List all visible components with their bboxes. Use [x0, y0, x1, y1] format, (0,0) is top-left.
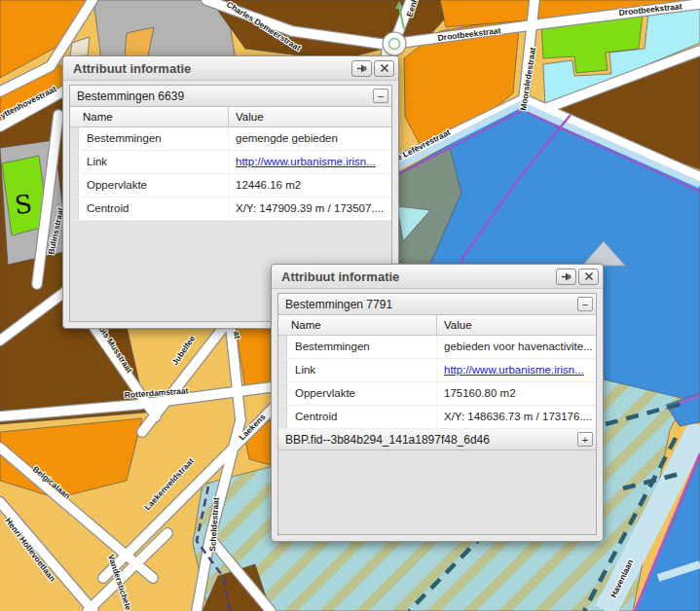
collapse-button[interactable]: − [577, 297, 593, 311]
collapsed-feature-title: BBP.fid--3b84b294_141a1897f48_6d46 [285, 433, 577, 447]
pin-icon [356, 63, 368, 74]
window-title: Attribuut informatie [281, 270, 556, 284]
table-row[interactable]: Oppervlakte 12446.16 m2 [70, 174, 391, 198]
attr-name: Bestemmingen [287, 336, 436, 358]
collapsed-feature-header[interactable]: BBP.fid--3b84b294_141a1897f48_6d46 + [278, 429, 596, 450]
table-row[interactable]: Centroid X/Y: 147909.39 m / 173507.... [70, 198, 391, 221]
attr-value: 12446.16 m2 [228, 174, 391, 197]
attribute-window-2[interactable]: Attribuut informatie Bestemmingen 7791 −… [271, 264, 604, 542]
attribute-panel: Bestemmingen 7791 − Name Value Bestemmin… [277, 293, 597, 535]
row-gutter [278, 406, 287, 428]
app-stage: S Charles DemeerstraatDroo [0, 0, 700, 611]
collapse-button[interactable]: − [373, 89, 388, 103]
row-gutter [278, 359, 287, 381]
table-row[interactable]: Oppervlakte 175160.80 m2 [278, 382, 596, 406]
table-row[interactable]: Bestemmingen gebieden voor havenactivite… [278, 336, 596, 359]
attr-value: gemengde gebieden [228, 127, 391, 150]
table-row[interactable]: Centroid X/Y: 148636.73 m / 173176.... [278, 406, 596, 429]
close-icon [584, 271, 594, 281]
attr-name: Centroid [79, 198, 228, 220]
row-gutter [70, 198, 79, 220]
panel-empty-area [278, 450, 596, 534]
close-button[interactable] [374, 60, 394, 77]
close-button[interactable] [578, 269, 599, 285]
attr-name: Link [287, 359, 436, 381]
school-symbol: S [13, 189, 33, 220]
feature-section-title: Bestemmingen 7791 [285, 298, 577, 311]
attr-value: X/Y: 148636.73 m / 173176.... [436, 406, 596, 428]
attr-name: Oppervlakte [287, 382, 436, 405]
table-header: Name Value [278, 315, 596, 336]
pin-button[interactable] [556, 269, 576, 285]
window-titlebar[interactable]: Attribuut informatie [272, 265, 603, 289]
feature-section-header[interactable]: Bestemmingen 7791 − [278, 294, 596, 315]
attr-value: 175160.80 m2 [436, 382, 596, 405]
table-header: Name Value [70, 107, 391, 127]
attr-value: gebieden voor havenactivite... [436, 336, 596, 358]
table-row[interactable]: Link http://www.urbanisme.irisn... [70, 151, 391, 174]
feature-section-title: Bestemmingen 6639 [77, 90, 373, 103]
feature-section-header[interactable]: Bestemmingen 6639 − [70, 86, 391, 107]
attr-link-value[interactable]: http://www.urbanisme.irisn... [436, 359, 596, 381]
window-title: Attribuut informatie [73, 61, 351, 76]
row-gutter [278, 336, 287, 358]
row-gutter [70, 174, 79, 197]
column-header-name: Name [70, 107, 228, 126]
attr-name: Link [79, 151, 228, 173]
window-titlebar[interactable]: Attribuut informatie [63, 56, 398, 81]
attr-name: Oppervlakte [79, 174, 228, 197]
pin-button[interactable] [351, 60, 372, 77]
close-icon [380, 63, 389, 73]
pin-icon [561, 271, 572, 282]
attr-name: Bestemmingen [79, 127, 228, 150]
attr-name: Centroid [287, 406, 436, 428]
row-gutter [278, 382, 287, 405]
expand-button[interactable]: + [577, 432, 593, 447]
table-row[interactable]: Link http://www.urbanisme.irisn... [278, 359, 596, 382]
row-gutter [70, 127, 79, 150]
row-gutter [70, 151, 79, 173]
column-header-name: Name [278, 315, 436, 335]
column-header-value: Value [436, 315, 596, 335]
attr-value: X/Y: 147909.39 m / 173507.... [228, 198, 391, 220]
table-row[interactable]: Bestemmingen gemengde gebieden [70, 127, 391, 151]
attr-link-value[interactable]: http://www.urbanisme.irisn... [228, 151, 391, 173]
column-header-value: Value [228, 107, 391, 126]
